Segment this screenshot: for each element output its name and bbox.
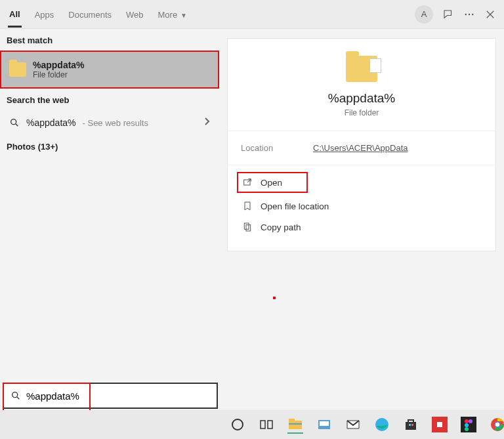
location-label: Location xyxy=(241,143,313,153)
svg-point-23 xyxy=(465,419,469,423)
figma-icon[interactable] xyxy=(461,415,476,434)
edge-icon[interactable] xyxy=(374,415,390,434)
close-icon[interactable] xyxy=(484,9,496,20)
svg-point-26 xyxy=(465,427,469,431)
svg-rect-11 xyxy=(289,421,302,429)
svg-point-24 xyxy=(469,419,472,423)
svg-rect-9 xyxy=(261,421,265,429)
svg-point-16 xyxy=(375,418,388,431)
svg-point-7 xyxy=(12,392,18,398)
chevron-right-icon xyxy=(203,117,210,129)
feedback-icon[interactable] xyxy=(442,9,454,20)
more-options-icon[interactable] xyxy=(463,9,475,20)
search-icon xyxy=(9,117,20,128)
svg-rect-22 xyxy=(461,417,476,432)
app-icon-1[interactable] xyxy=(316,415,332,434)
results-panel: Best match %appdata% File folder Search … xyxy=(0,29,219,409)
folder-icon xyxy=(9,62,26,77)
svg-point-29 xyxy=(495,423,499,427)
store-icon[interactable] xyxy=(403,415,419,434)
web-hint-text: - See web results xyxy=(83,118,148,128)
taskbar xyxy=(0,410,504,439)
task-view-icon[interactable] xyxy=(259,415,274,434)
svg-point-1 xyxy=(469,13,470,14)
app-icon-2[interactable] xyxy=(432,415,448,434)
best-match-heading: Best match xyxy=(0,29,219,51)
action-copy-path-label: Copy path xyxy=(261,222,301,232)
chevron-down-icon: ▼ xyxy=(178,12,187,19)
action-open[interactable]: Open xyxy=(237,172,308,193)
svg-point-8 xyxy=(232,419,243,430)
preview-subtitle: File folder xyxy=(234,108,489,117)
tab-web[interactable]: Web xyxy=(125,2,145,26)
mail-icon[interactable] xyxy=(345,415,361,434)
location-path[interactable]: C:\Users\ACER\AppData xyxy=(313,143,408,153)
file-explorer-icon[interactable] xyxy=(287,415,303,434)
search-input[interactable] xyxy=(26,390,210,402)
chrome-icon[interactable] xyxy=(490,415,504,434)
action-open-location-label: Open file location xyxy=(261,201,329,211)
svg-point-0 xyxy=(465,13,467,14)
open-icon xyxy=(242,177,253,188)
search-tabbar: All Apps Documents Web More ▼ A xyxy=(0,0,504,29)
svg-point-3 xyxy=(11,119,16,125)
tab-documents[interactable]: Documents xyxy=(67,2,113,26)
search-bar[interactable] xyxy=(3,383,218,409)
best-match-result[interactable]: %appdata% File folder xyxy=(0,51,219,89)
action-copy-path[interactable]: Copy path xyxy=(237,217,486,238)
svg-rect-6 xyxy=(246,225,251,231)
web-query-text: %appdata% xyxy=(26,117,76,128)
svg-rect-12 xyxy=(289,419,295,421)
preview-title: %appdata% xyxy=(234,91,489,106)
svg-rect-10 xyxy=(268,421,272,429)
copy-icon xyxy=(242,222,253,232)
tab-more[interactable]: More ▼ xyxy=(157,2,188,26)
best-match-title: %appdata% xyxy=(33,60,85,70)
action-open-label: Open xyxy=(261,178,282,188)
location-row: Location C:\Users\ACER\AppData xyxy=(228,131,495,165)
folder-icon xyxy=(346,56,377,82)
search-web-heading: Search the web xyxy=(0,89,219,110)
svg-rect-5 xyxy=(244,223,249,229)
cortana-icon[interactable] xyxy=(230,415,245,434)
svg-rect-15 xyxy=(320,421,329,426)
tab-all[interactable]: All xyxy=(8,1,22,28)
stray-mark xyxy=(273,297,276,299)
bookmark-icon xyxy=(242,201,253,211)
svg-point-25 xyxy=(465,423,469,427)
tabs: All Apps Documents Web More ▼ xyxy=(8,1,188,28)
user-avatar[interactable]: A xyxy=(415,5,433,24)
photos-heading[interactable]: Photos (13+) xyxy=(0,135,219,157)
svg-point-2 xyxy=(472,13,473,14)
svg-rect-18 xyxy=(409,424,411,426)
svg-rect-21 xyxy=(437,422,442,427)
preview-card: %appdata% File folder Location C:\Users\… xyxy=(227,38,496,251)
best-match-subtitle: File folder xyxy=(33,70,85,79)
web-search-result[interactable]: %appdata% - See web results xyxy=(0,110,219,135)
search-icon xyxy=(10,390,21,401)
preview-panel: %appdata% File folder Location C:\Users\… xyxy=(219,29,504,409)
svg-rect-13 xyxy=(289,423,302,425)
action-open-location[interactable]: Open file location xyxy=(237,196,486,217)
svg-rect-19 xyxy=(411,424,413,426)
tab-apps[interactable]: Apps xyxy=(33,2,56,26)
